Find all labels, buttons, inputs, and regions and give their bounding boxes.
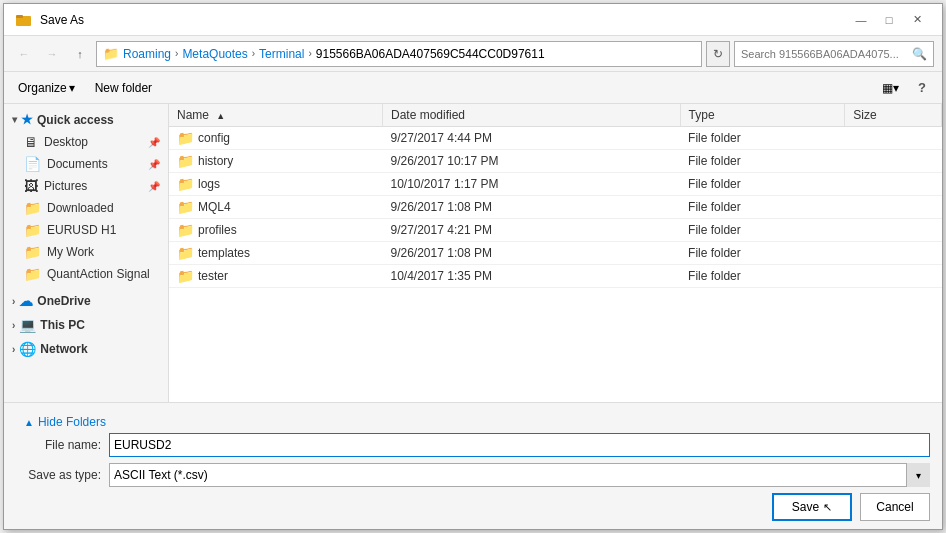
second-toolbar: Organize ▾ New folder ▦▾ ? — [4, 72, 942, 104]
sidebar-downloaded-label: Downloaded — [47, 201, 114, 215]
onedrive-label: OneDrive — [37, 294, 90, 308]
maximize-button[interactable]: □ — [876, 10, 902, 30]
file-type-select[interactable]: ASCII Text (*.csv) — [109, 463, 930, 487]
new-folder-button[interactable]: New folder — [89, 76, 158, 100]
breadcrumb-roaming[interactable]: Roaming — [123, 47, 171, 61]
sidebar-section-onedrive[interactable]: › ☁ OneDrive — [4, 289, 168, 313]
hide-folders-row[interactable]: ▲ Hide Folders — [16, 411, 930, 429]
thispc-chevron: › — [12, 320, 15, 331]
quick-access-label: Quick access — [37, 113, 114, 127]
row-size — [845, 127, 942, 150]
table-row[interactable]: 📁 config 9/27/2017 4:44 PM File folder — [169, 127, 942, 150]
sidebar-eurusd-label: EURUSD H1 — [47, 223, 116, 237]
table-row[interactable]: 📁 MQL4 9/26/2017 1:08 PM File folder — [169, 196, 942, 219]
row-name: logs — [198, 177, 220, 191]
documents-pin-icon: 📌 — [148, 159, 160, 170]
cursor-icon: ↖ — [823, 501, 832, 514]
table-row[interactable]: 📁 tester 10/4/2017 1:35 PM File folder — [169, 265, 942, 288]
network-chevron: › — [12, 344, 15, 355]
eurusd-icon: 📁 — [24, 222, 41, 238]
organize-button[interactable]: Organize ▾ — [12, 76, 81, 100]
col-date-modified[interactable]: Date modified — [382, 104, 680, 127]
file-name-cell: 📁 MQL4 — [169, 196, 382, 219]
back-button[interactable]: ← — [12, 42, 36, 66]
sidebar-section-network[interactable]: › 🌐 Network — [4, 337, 168, 361]
pictures-pin-icon: 📌 — [148, 181, 160, 192]
table-row[interactable]: 📁 profiles 9/27/2017 4:21 PM File folder — [169, 219, 942, 242]
row-name: tester — [198, 269, 228, 283]
view-button[interactable]: ▦▾ — [874, 76, 906, 100]
table-header-row: Name ▲ Date modified Type Size — [169, 104, 942, 127]
hide-folders-label: Hide Folders — [38, 415, 106, 429]
row-type: File folder — [680, 127, 845, 150]
sidebar-item-mywork[interactable]: 📁 My Work — [4, 241, 168, 263]
search-input[interactable] — [741, 48, 908, 60]
sidebar-item-desktop[interactable]: 🖥 Desktop 📌 — [4, 131, 168, 153]
sidebar-section-quick-access[interactable]: ▾ ★ Quick access — [4, 108, 168, 131]
close-button[interactable]: ✕ — [904, 10, 930, 30]
sidebar-item-pictures[interactable]: 🖼 Pictures 📌 — [4, 175, 168, 197]
row-date: 9/26/2017 1:08 PM — [382, 242, 680, 265]
row-size — [845, 173, 942, 196]
organize-label: Organize — [18, 81, 67, 95]
row-name: profiles — [198, 223, 237, 237]
row-size — [845, 150, 942, 173]
row-size — [845, 219, 942, 242]
sidebar-item-documents[interactable]: 📄 Documents 📌 — [4, 153, 168, 175]
folder-icon: 📁 — [177, 153, 194, 169]
row-type: File folder — [680, 242, 845, 265]
col-size[interactable]: Size — [845, 104, 942, 127]
file-area: Name ▲ Date modified Type Size 📁 config … — [169, 104, 942, 402]
title-controls: — □ ✕ — [848, 10, 930, 30]
breadcrumb-sep-2: › — [252, 48, 255, 59]
col-type[interactable]: Type — [680, 104, 845, 127]
downloaded-icon: 📁 — [24, 200, 41, 216]
table-row[interactable]: 📁 templates 9/26/2017 1:08 PM File folde… — [169, 242, 942, 265]
search-box: 🔍 — [734, 41, 934, 67]
sidebar-item-eurusd[interactable]: 📁 EURUSD H1 — [4, 219, 168, 241]
sidebar-item-downloaded[interactable]: 📁 Downloaded — [4, 197, 168, 219]
up-button[interactable]: ↑ — [68, 42, 92, 66]
desktop-pin-icon: 📌 — [148, 137, 160, 148]
row-date: 10/10/2017 1:17 PM — [382, 173, 680, 196]
file-table: Name ▲ Date modified Type Size 📁 config … — [169, 104, 942, 288]
row-type: File folder — [680, 173, 845, 196]
file-name-input[interactable] — [109, 433, 930, 457]
file-name-cell: 📁 templates — [169, 242, 382, 265]
documents-icon: 📄 — [24, 156, 41, 172]
sidebar-item-quantaction[interactable]: 📁 QuantAction Signal — [4, 263, 168, 285]
table-row[interactable]: 📁 history 9/26/2017 10:17 PM File folder — [169, 150, 942, 173]
save-as-dialog: Save As — □ ✕ ← → ↑ 📁 Roaming › MetaQuot… — [3, 3, 943, 530]
quick-access-chevron: ▾ — [12, 114, 17, 125]
table-row[interactable]: 📁 logs 10/10/2017 1:17 PM File folder — [169, 173, 942, 196]
row-type: File folder — [680, 265, 845, 288]
breadcrumb-terminal[interactable]: Terminal — [259, 47, 304, 61]
bottom-buttons: Save ↖ Cancel — [16, 493, 930, 521]
col-name[interactable]: Name ▲ — [169, 104, 382, 127]
sort-arrow: ▲ — [216, 111, 225, 121]
pictures-icon: 🖼 — [24, 178, 38, 194]
toolbar-right: ▦▾ ? — [874, 76, 934, 100]
minimize-button[interactable]: — — [848, 10, 874, 30]
row-type: File folder — [680, 196, 845, 219]
row-date: 10/4/2017 1:35 PM — [382, 265, 680, 288]
folder-icon: 📁 — [177, 176, 194, 192]
row-size — [845, 242, 942, 265]
cancel-button[interactable]: Cancel — [860, 493, 930, 521]
breadcrumb-metaquotes[interactable]: MetaQuotes — [182, 47, 247, 61]
row-date: 9/27/2017 4:44 PM — [382, 127, 680, 150]
help-button[interactable]: ? — [910, 76, 934, 100]
breadcrumb-bar: 📁 Roaming › MetaQuotes › Terminal › 9155… — [96, 41, 702, 67]
row-date: 9/26/2017 10:17 PM — [382, 150, 680, 173]
forward-button[interactable]: → — [40, 42, 64, 66]
sidebar-quantaction-label: QuantAction Signal — [47, 267, 150, 281]
breadcrumb-folder-icon: 📁 — [103, 46, 119, 61]
save-button[interactable]: Save ↖ — [772, 493, 852, 521]
row-date: 9/27/2017 4:21 PM — [382, 219, 680, 242]
sidebar-section-thispc[interactable]: › 💻 This PC — [4, 313, 168, 337]
bottom-panel: ▲ Hide Folders File name: Save as type: … — [4, 402, 942, 529]
refresh-button[interactable]: ↻ — [706, 41, 730, 67]
organize-chevron: ▾ — [69, 81, 75, 95]
folder-icon: 📁 — [177, 245, 194, 261]
sidebar-desktop-label: Desktop — [44, 135, 88, 149]
